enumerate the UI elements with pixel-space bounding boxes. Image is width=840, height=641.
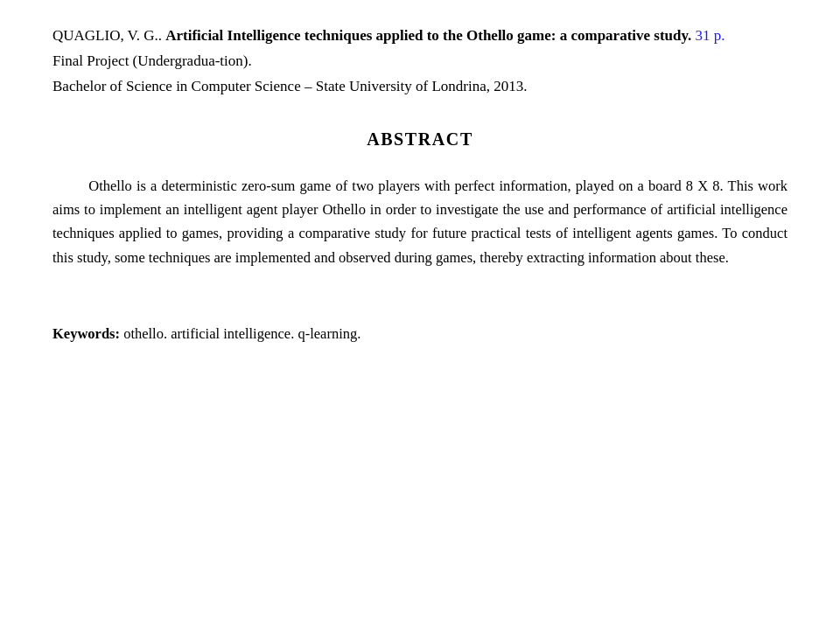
keywords-section: Keywords: othello. artificial intelligen… — [52, 322, 788, 345]
title-bold: Artificial Intelligence techniques appli… — [165, 27, 691, 44]
abstract-heading: ABSTRACT — [52, 129, 788, 150]
title-page: 31 p. — [691, 27, 724, 44]
abstract-paragraph1: Othello is a deterministic zero-sum game… — [52, 174, 788, 269]
meta-line1: Final Project (Undergradua-tion). — [52, 49, 788, 73]
title-prefix: QUAGLIO, V. G.. — [52, 27, 165, 44]
abstract-section: ABSTRACT Othello is a deterministic zero… — [52, 129, 788, 269]
title-line: QUAGLIO, V. G.. Artificial Intelligence … — [52, 24, 788, 47]
abstract-body: Othello is a deterministic zero-sum game… — [52, 174, 788, 269]
header-section: QUAGLIO, V. G.. Artificial Intelligence … — [52, 24, 788, 98]
keywords-values: othello. artificial intelligence. q-lear… — [123, 325, 360, 342]
keywords-label: Keywords: — [52, 325, 123, 342]
meta-line2: Bachelor of Science in Computer Science … — [52, 74, 788, 98]
page-link[interactable]: 31 p. — [696, 27, 725, 44]
